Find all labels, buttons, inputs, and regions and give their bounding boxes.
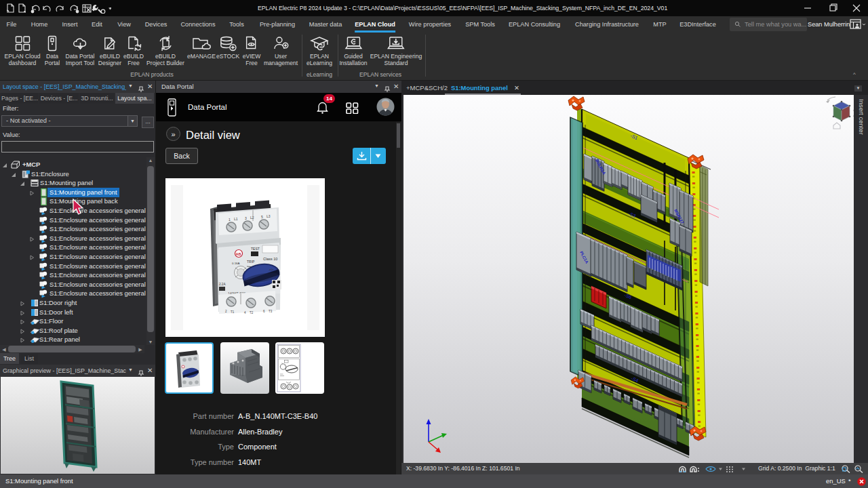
svg-text:L2: L2	[250, 216, 254, 220]
svg-text:0.16A: 0.16A	[232, 262, 240, 265]
svg-text:T3: T3	[269, 310, 273, 313]
svg-text:3: 3	[245, 216, 247, 220]
svg-text:5: 5	[261, 215, 263, 219]
svg-text:TRIP: TRIP	[247, 260, 255, 264]
svg-text:AB: AB	[236, 252, 241, 256]
svg-text:1: 1	[229, 218, 231, 222]
svg-text:T2: T2	[250, 311, 254, 314]
svg-text:T1: T1	[231, 310, 235, 314]
svg-text:L3: L3	[267, 214, 271, 218]
svg-text:↗I<: ↗I<	[269, 268, 274, 272]
svg-text:2.2A: 2.2A	[219, 283, 226, 286]
svg-text:L1: L1	[234, 217, 238, 221]
svg-text:Class 10: Class 10	[263, 257, 277, 261]
svg-text:TEST: TEST	[251, 247, 260, 251]
